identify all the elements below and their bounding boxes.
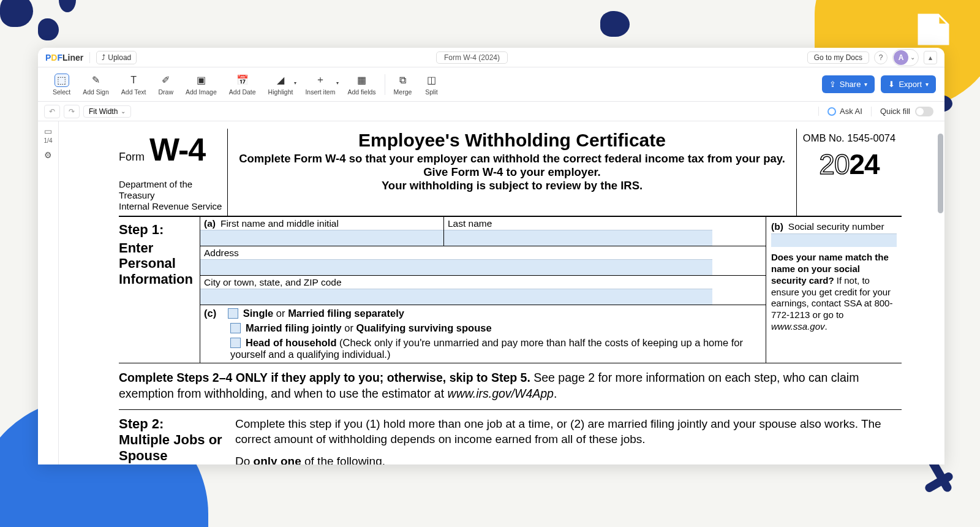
chevron-down-icon: ▾ <box>925 81 929 88</box>
settings-button[interactable]: ⚙ <box>44 150 52 160</box>
chevron-down-icon: ⌄ <box>910 54 915 61</box>
document-title[interactable]: Form W-4 (2024) <box>436 51 508 64</box>
step-subtitle: Multiple Jobs or Spouse <box>119 432 235 464</box>
toolbar: ⬚Select ✎Add Sign TAdd Text ✐Draw ▣Add I… <box>38 67 944 102</box>
ssn-field[interactable] <box>771 233 897 247</box>
decoration-blob <box>600 11 630 37</box>
undo-icon: ↶ <box>49 107 55 116</box>
fields-icon: ▦ <box>355 74 369 87</box>
tool-select[interactable]: ⬚Select <box>47 71 77 98</box>
left-rail: ▭ 1/4 ⚙ <box>38 121 59 464</box>
ssn-help-text: Does your name match the name on your so… <box>771 252 897 332</box>
upload-icon: ⤴ <box>102 53 105 62</box>
checkbox-married-jointly[interactable] <box>230 323 241 333</box>
calendar-icon: 📅 <box>235 74 250 87</box>
account-menu[interactable]: A ⌄ <box>892 49 919 66</box>
scrollbar-thumb[interactable] <box>938 134 943 213</box>
workspace: ▭ 1/4 ⚙ Form W-4 Department of the Treas… <box>38 121 944 464</box>
app-window: PDFLiner ⤴ Upload Form W-4 (2024) Go to … <box>38 48 944 464</box>
form-label: Form <box>119 151 145 164</box>
go-to-docs-button[interactable]: Go to my Docs <box>807 51 869 64</box>
zoom-select[interactable]: Fit Width⌄ <box>83 105 131 118</box>
form-subtitle: Your withholding is subject to review by… <box>234 179 790 192</box>
upload-button[interactable]: ⤴ Upload <box>96 51 137 64</box>
page-icon: ▭ <box>44 126 52 136</box>
first-name-field[interactable] <box>200 230 443 246</box>
form-subtitle: Give Form W-4 to your employer. <box>234 165 790 179</box>
city-field[interactable] <box>200 289 712 305</box>
city-label: City or town, state, and ZIP code <box>200 276 712 289</box>
export-button[interactable]: ⬇Export▾ <box>881 75 936 93</box>
tool-add-sign[interactable]: ✎Add Sign <box>77 71 115 98</box>
address-label: Address <box>200 246 712 259</box>
first-name-label: (a)First name and middle initial <box>200 217 443 230</box>
ssn-label: (b)Social security number <box>771 221 897 233</box>
share-icon: ⇪ <box>829 80 836 89</box>
merge-icon: ⧉ <box>395 74 410 87</box>
last-name-field[interactable] <box>444 230 712 246</box>
pencil-icon: ✐ <box>159 74 173 87</box>
chevron-down-icon: ▾ <box>864 81 867 88</box>
filing-status-row: (c) Single or Married filing separately … <box>200 305 766 363</box>
form-code: W-4 <box>149 131 205 168</box>
address-field[interactable] <box>200 259 712 275</box>
collapse-button[interactable]: ▴ <box>924 51 937 64</box>
checkbox-head-household[interactable] <box>230 338 241 348</box>
share-button[interactable]: ⇪Share▾ <box>822 75 875 93</box>
avatar: A <box>894 50 908 65</box>
redo-button[interactable]: ↷ <box>64 105 80 118</box>
form-year: 2024 <box>799 148 899 181</box>
dept-line: Department of the TreasuryInternal Reven… <box>119 179 226 212</box>
document-page: Form W-4 Department of the TreasuryInter… <box>59 121 944 464</box>
checkbox-single[interactable] <box>228 308 238 319</box>
undo-button[interactable]: ↶ <box>44 105 60 118</box>
chevron-down-icon: ▾ <box>336 80 339 86</box>
form-subtitle: Complete Form W-4 so that your employer … <box>234 152 790 165</box>
text-icon: T <box>126 74 141 87</box>
tool-insert-item[interactable]: ＋▾Insert item <box>299 71 341 98</box>
chevron-down-icon: ⌄ <box>121 108 126 115</box>
quick-fill-toggle[interactable]: Quick fill <box>871 107 938 116</box>
page-thumbnails-button[interactable]: ▭ 1/4 <box>44 126 53 144</box>
tool-merge[interactable]: ⧉Merge <box>388 71 418 98</box>
gear-icon: ⚙ <box>44 150 52 160</box>
tool-draw[interactable]: ✐Draw <box>152 71 179 98</box>
signature-icon: ✎ <box>89 74 104 87</box>
ai-icon <box>827 107 836 116</box>
form-title: Employee's Withholding Certificate <box>234 130 790 151</box>
ask-ai-button[interactable]: Ask AI <box>818 107 862 116</box>
document-canvas[interactable]: Form W-4 Department of the TreasuryInter… <box>59 121 944 464</box>
step-subtitle: Enter Personal Information <box>119 240 196 287</box>
omb-number: OMB No. 1545-0074 <box>799 132 899 144</box>
brand-mark-icon <box>914 10 953 49</box>
last-name-label: Last name <box>444 217 712 230</box>
redo-icon: ↷ <box>69 107 75 116</box>
subbar: ↶ ↷ Fit Width⌄ Ask AI Quick fill <box>38 102 944 121</box>
chevron-down-icon: ▾ <box>294 80 296 86</box>
logo: PDFLiner <box>45 53 83 63</box>
toggle-icon <box>915 107 933 116</box>
plus-icon: ＋ <box>313 74 328 87</box>
tool-highlight[interactable]: ◢▾Highlight <box>262 71 300 98</box>
step-label: Step 2: <box>119 416 235 432</box>
image-icon: ▣ <box>194 74 208 87</box>
topbar: PDFLiner ⤴ Upload Form W-4 (2024) Go to … <box>38 48 944 67</box>
tool-split[interactable]: ◫Split <box>418 71 445 98</box>
cursor-icon: ⬚ <box>55 74 69 87</box>
decoration-blob <box>59 0 76 12</box>
download-icon: ⬇ <box>888 80 895 89</box>
highlighter-icon: ◢ <box>273 74 288 87</box>
tool-add-image[interactable]: ▣Add Image <box>179 71 223 98</box>
step2-body: Complete this step if you (1) hold more … <box>235 416 902 464</box>
step-label: Step 1: <box>119 222 196 238</box>
instruction-text: Complete Steps 2–4 ONLY if they apply to… <box>119 363 902 410</box>
tool-add-fields[interactable]: ▦Add fields <box>341 71 382 98</box>
tool-add-date[interactable]: 📅Add Date <box>223 71 262 98</box>
decoration-blob <box>0 0 33 27</box>
tool-add-text[interactable]: TAdd Text <box>115 71 153 98</box>
page-indicator: 1/4 <box>44 137 53 144</box>
help-button[interactable]: ? <box>874 51 888 64</box>
decoration-blob <box>38 18 59 40</box>
split-icon: ◫ <box>424 74 439 87</box>
scrollbar[interactable] <box>937 121 943 464</box>
